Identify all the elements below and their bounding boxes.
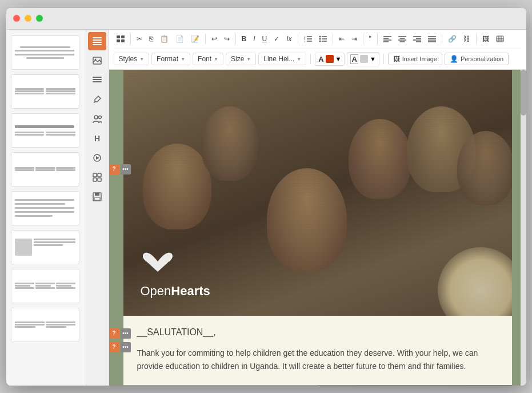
minimize-button[interactable]	[25, 15, 31, 22]
outdent-button[interactable]: ⇤	[336, 34, 347, 44]
paste-word-button[interactable]: 📝	[188, 34, 202, 44]
redo-button[interactable]: ↪	[221, 34, 233, 44]
logo-heart-svg	[141, 248, 175, 279]
paste-plain-button[interactable]: 📄	[173, 34, 187, 44]
show-blocks-button[interactable]	[114, 34, 127, 43]
maximize-button[interactable]	[36, 15, 43, 22]
svg-point-33	[319, 41, 321, 42]
align-left-button[interactable]	[381, 34, 394, 43]
personalization-button[interactable]: 👤 Personalization	[445, 53, 509, 65]
cut-button[interactable]: ✂	[134, 34, 145, 44]
template-item[interactable]	[11, 152, 79, 186]
logo-hearts: Hearts	[171, 284, 210, 298]
sidebar-item-list[interactable]	[88, 71, 106, 89]
svg-rect-6	[93, 77, 102, 78]
svg-rect-1	[93, 39, 102, 41]
svg-rect-0	[93, 37, 102, 38]
window-body: H	[6, 30, 526, 386]
clear-format-button[interactable]: Ix	[283, 34, 294, 44]
size-dropdown[interactable]: Size ▼	[226, 53, 256, 65]
svg-rect-19	[95, 193, 99, 196]
underline-button[interactable]: U	[259, 34, 270, 44]
font-dropdown[interactable]: Font ▼	[193, 53, 223, 65]
sidebar-item-blocks[interactable]	[88, 168, 106, 186]
sidebar-item-image[interactable]	[88, 51, 106, 70]
copy-button[interactable]: ⎘	[146, 34, 156, 44]
template-item[interactable]	[11, 191, 79, 225]
svg-line-9	[94, 101, 95, 103]
insert-image-toolbar-button[interactable]: 🖼	[479, 34, 492, 44]
bold-button[interactable]: B	[239, 34, 250, 44]
align-right-button[interactable]	[410, 34, 424, 43]
editor-area[interactable]: ? ••• ? ••• ? •••	[109, 70, 526, 386]
hero-section: OpenHearts	[123, 70, 512, 316]
sidebar-item-tools[interactable]	[88, 90, 106, 109]
justify-button[interactable]	[425, 34, 439, 43]
indent-button[interactable]: ⇥	[349, 34, 360, 44]
svg-rect-16	[93, 178, 97, 181]
content-block-indicators: ? ••• ? •••	[109, 327, 131, 354]
close-button[interactable]	[13, 15, 20, 22]
styles-dropdown[interactable]: Styles ▼	[114, 53, 150, 65]
sidebar-item-heading[interactable]: H	[88, 129, 106, 148]
salutation[interactable]: __SALUTATION__,	[137, 327, 498, 338]
svg-marker-13	[96, 156, 99, 160]
unlink-button[interactable]: ⛓	[461, 34, 473, 44]
template-item[interactable]	[11, 230, 79, 264]
styles-label: Styles	[119, 55, 138, 63]
sidebar-item-layout[interactable]	[88, 32, 106, 50]
ol-button[interactable]: 1 2 3	[301, 34, 315, 43]
logo-text: OpenHearts	[141, 284, 210, 299]
title-bar	[6, 8, 526, 30]
hero-dots-button[interactable]: •••	[121, 164, 131, 174]
scrollbar-track	[521, 70, 526, 386]
sidebar-item-contacts[interactable]	[88, 110, 106, 128]
strikethrough-button[interactable]: ✓	[271, 34, 282, 44]
ul-button[interactable]	[316, 34, 330, 43]
toolbar-row1: ✂ ⎘ 📋 📄 📝 ↩ ↪ B I U ✓ Ix	[114, 32, 522, 50]
content-question-button-1[interactable]: ?	[109, 328, 119, 339]
blockquote-button[interactable]: "	[366, 34, 374, 44]
text-color-button[interactable]: A ▼	[315, 53, 345, 66]
sidebar-item-media[interactable]	[88, 149, 106, 167]
bg-color-swatch	[360, 55, 368, 63]
content-section[interactable]: __SALUTATION__, Thank you for commiting …	[123, 316, 512, 386]
svg-rect-24	[121, 39, 125, 42]
svg-rect-8	[93, 81, 102, 82]
bg-color-button[interactable]: A ▼	[347, 52, 379, 66]
insert-table-button[interactable]	[493, 34, 507, 43]
template-item[interactable]	[11, 113, 79, 148]
insert-image-button[interactable]: 🖼 Insert Image	[388, 53, 442, 65]
svg-rect-53	[497, 36, 503, 42]
toolbar-row2: Styles ▼ Format ▼ Font ▼ Size ▼	[114, 49, 522, 66]
paste-button[interactable]: 📋	[157, 34, 171, 44]
content-question-button-2[interactable]: ?	[109, 342, 119, 352]
link-button[interactable]: 🔗	[445, 34, 459, 44]
personalization-label: Personalization	[461, 55, 503, 62]
scrollbar-thumb[interactable]	[521, 70, 526, 116]
body-text[interactable]: Thank you for commiting to help children…	[137, 347, 498, 374]
text-color-swatch	[326, 55, 334, 63]
separator	[476, 34, 477, 44]
separator	[298, 34, 298, 44]
hero-question-button[interactable]: ?	[109, 164, 119, 174]
italic-button[interactable]: I	[250, 34, 258, 44]
separator	[130, 34, 131, 44]
separator	[235, 34, 236, 44]
bg-color-letter: A	[350, 54, 358, 64]
template-item[interactable]	[11, 74, 79, 109]
format-label: Format	[157, 55, 178, 63]
undo-button[interactable]: ↩	[209, 34, 220, 44]
svg-text:3: 3	[304, 40, 306, 42]
line-height-dropdown[interactable]: Line Hei... ▼	[258, 53, 306, 65]
content-dots-button-1[interactable]: •••	[121, 328, 131, 339]
sidebar-item-save[interactable]	[88, 188, 106, 206]
size-label: Size	[231, 55, 244, 63]
svg-point-11	[99, 116, 102, 118]
template-item[interactable]	[11, 269, 79, 303]
align-center-button[interactable]	[395, 34, 409, 43]
format-dropdown[interactable]: Format ▼	[151, 53, 190, 65]
content-dots-button-2[interactable]: •••	[121, 342, 131, 352]
template-item[interactable]	[11, 35, 79, 70]
template-item[interactable]	[11, 308, 79, 342]
